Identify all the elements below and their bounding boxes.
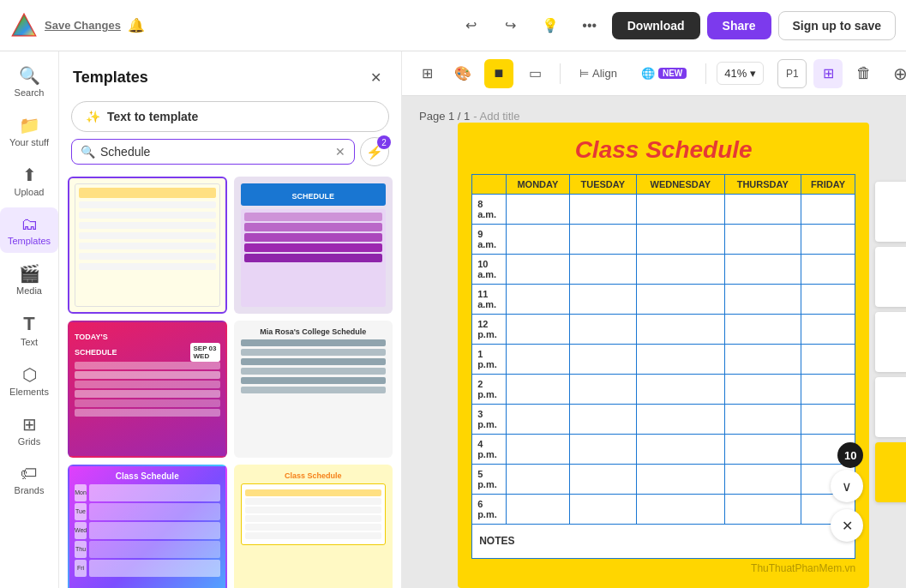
table-row: 1 p.m. [472,344,855,374]
template-card[interactable]: SCHEDULE [234,177,393,314]
table-row: 9 a.m. [472,224,855,254]
sidebar-item-templates[interactable]: 🗂 Templates [0,207,58,253]
sidebar-item-upload[interactable]: ⬆ Upload [0,158,58,204]
col-monday: MONDAY [507,174,570,194]
topbar-right-actions: Download Share Sign up to save [612,11,896,40]
col-wednesday: WEDNESDAY [636,174,724,194]
brands-icon: 🏷 [21,464,38,483]
download-button[interactable]: Download [612,12,700,39]
search-row: 🔍 ✕ ⚡ 2 [59,137,401,173]
sidebar-item-grids[interactable]: ⊞ Grids [0,407,58,453]
sidebar-item-label: Your stuff [9,137,49,147]
share-button[interactable]: Share [707,12,771,39]
template-card[interactable]: Class Schedule [234,465,393,588]
sidebar-item-text[interactable]: T Text [0,306,58,354]
thumbnail[interactable] [875,182,906,242]
folder-icon: 📁 [19,115,40,135]
col-friday: FRIDAY [801,174,855,194]
translate-icon: 🌐 [641,67,655,80]
topbar-center-tools: ↩ ↪ 💡 ••• [456,10,605,41]
more-options-button[interactable]: ••• [574,10,605,41]
divider [560,63,561,84]
delete-button[interactable]: 🗑 [849,59,879,88]
table-row: 11 a.m. [472,284,855,314]
add-title-label[interactable]: - Add title [473,110,519,123]
templates-panel: Templates ✕ ✨ Text to template 🔍 ✕ ⚡ 2 [59,51,402,588]
text-to-template-button[interactable]: ✨ Text to template [71,101,389,132]
undo-button[interactable]: ↩ [456,10,487,41]
table-row: 5 p.m. [472,464,855,494]
secondary-toolbar: ⊞ 🎨 ■ ▭ ⊨ Align 🌐 NEW 41% ▾ P1 ⊞ 🗑 ⊕ [402,51,906,96]
search-icon: 🔍 [81,145,95,159]
template-card[interactable]: Class Schedule Mon Tue Wed Thu Fri [68,465,227,588]
chevron-down-icon: ▾ [750,67,756,80]
grids-icon: ⊞ [22,414,37,435]
add-button[interactable]: ⊕ [885,59,906,88]
translate-button[interactable]: 🌐 NEW [633,62,695,85]
divider [705,63,706,84]
sidebar-item-label: Upload [15,187,45,197]
templates-icon: 🗂 [21,214,38,234]
template-grid-2col: SCHEDULE [68,177,393,588]
search-clear-button[interactable]: ✕ [335,145,345,159]
thumbnail[interactable] [875,442,906,502]
sidebar-item-elements[interactable]: ⬡ Elements [0,357,58,404]
filter-button[interactable]: ⚡ 2 [360,137,389,166]
template-card[interactable]: Mia Rosa's College Schedule [234,321,393,458]
canvas-area: ⊞ 🎨 ■ ▭ ⊨ Align 🌐 NEW 41% ▾ P1 ⊞ 🗑 ⊕ [402,51,906,588]
svg-marker-1 [13,15,35,35]
search-input[interactable] [100,145,330,159]
template-card[interactable]: TODAY'SSCHEDULE SEP 03WED [68,321,227,458]
topbar: Save Changes 🔔 ↩ ↪ 💡 ••• Download Share … [0,0,906,51]
signup-button[interactable]: Sign up to save [778,11,896,40]
panel-close-button[interactable]: ✕ [363,65,387,89]
sidebar-item-label: Templates [8,236,51,246]
shape-tool-button[interactable]: ■ [484,59,513,88]
notes-label: NOTES [472,524,855,558]
table-row: 12 p.m. [472,314,855,344]
sidebar-item-media[interactable]: 🎬 Media [0,256,58,303]
panel-header: Templates ✕ [59,51,401,96]
magic-icon: ✨ [86,110,100,123]
sidebar-item-label: Elements [9,387,49,397]
panel-title: Templates [73,69,148,87]
media-icon: 🎬 [19,263,40,284]
unsaved-icon: 🔔 [128,17,145,33]
filter-badge: 2 [377,135,391,149]
text-icon: T [23,313,34,335]
table-row: 8 a.m. [472,194,855,224]
border-tool-button[interactable]: ▭ [520,59,549,88]
col-tuesday: TUESDAY [569,174,636,194]
notes-row: NOTES [472,524,855,558]
align-button[interactable]: ⊨ Align [571,62,626,85]
grid-view-button[interactable]: ⊞ [813,59,843,88]
sidebar-item-brands[interactable]: 🏷 Brands [0,457,58,502]
right-thumbnails [875,182,906,502]
sidebar-item-your-stuff[interactable]: 📁 Your stuff [0,108,58,154]
color-tool-button[interactable]: 🎨 [448,59,477,88]
thumbnail[interactable] [875,312,906,372]
schedule-container: Class Schedule MONDAY TUESDAY WEDNESDAY … [458,123,869,588]
sidebar-item-search[interactable]: 🔍 Search [0,58,58,105]
thumbnail[interactable] [875,247,906,307]
schedule-title: Class Schedule [471,136,855,164]
tips-button[interactable]: 💡 [535,10,566,41]
page-button[interactable]: P1 [777,59,807,88]
app-logo[interactable] [10,12,38,39]
sidebar-item-label: Grids [18,436,40,447]
sidebar-item-label: Brands [15,485,45,495]
save-changes-button[interactable]: Save Changes [45,19,121,32]
thumbnail[interactable] [875,377,906,437]
main-layout: 🔍 Search 📁 Your stuff ⬆ Upload 🗂 Templat… [0,51,906,588]
table-tool-button[interactable]: ⊞ [412,59,441,88]
table-row: 2 p.m. [472,374,855,404]
upload-icon: ⬆ [22,165,37,185]
align-label: Align [592,67,617,80]
template-card[interactable] [68,177,227,314]
canvas-content: Page 1 / 1 - Add title Class Schedule MO… [402,96,906,588]
text-to-template-label: Text to template [107,110,198,123]
search-bar[interactable]: 🔍 ✕ [71,139,355,165]
table-row: 10 a.m. [472,254,855,284]
zoom-selector[interactable]: 41% ▾ [717,62,764,85]
redo-button[interactable]: ↪ [495,10,526,41]
